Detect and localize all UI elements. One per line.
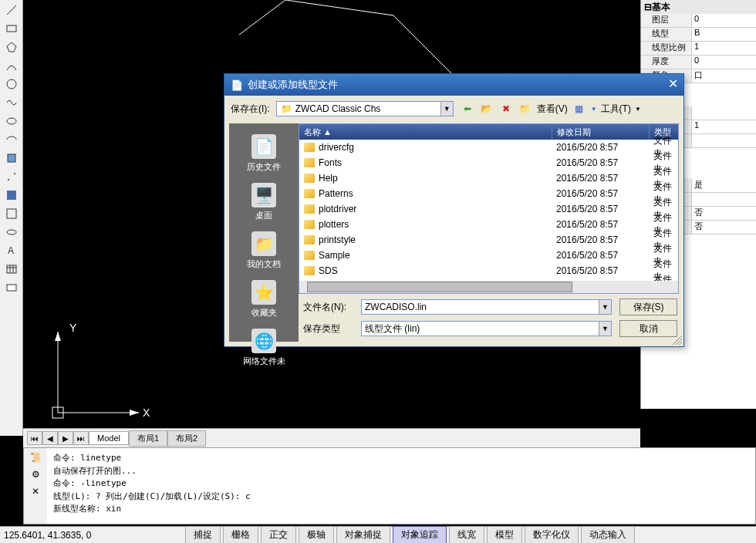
view-dropdown-icon[interactable]: ▼ (591, 106, 597, 113)
scrollbar-thumb[interactable] (307, 282, 572, 292)
tab-last[interactable]: ⏭ (73, 431, 89, 445)
table-tool[interactable] (2, 261, 21, 278)
text-tool[interactable]: A (2, 242, 21, 259)
status-toggle-3[interactable]: 极轴 (299, 526, 334, 543)
status-toggle-0[interactable]: 捕捉 (185, 526, 221, 543)
view-grid-icon[interactable]: ▦ (572, 101, 587, 116)
pentagon-tool[interactable] (2, 39, 21, 56)
prop-value[interactable] (691, 106, 756, 120)
file-row[interactable]: Fonts2016/5/20 8:57文件夹 (299, 155, 678, 170)
tab-model[interactable]: Model (89, 431, 129, 445)
hatch-tool[interactable] (2, 187, 21, 204)
filename-input[interactable]: ZWCADISO.lin ▼ (361, 299, 612, 315)
save-in-label: 保存在(I): (231, 103, 270, 116)
prop-value[interactable]: 口 (691, 69, 756, 83)
file-row[interactable]: plotdriver2016/5/20 8:57文件夹 (299, 201, 678, 217)
cmd-history-icon[interactable]: 📜 (30, 452, 42, 463)
property-row[interactable]: 线型比例1 (641, 42, 756, 56)
prop-value[interactable]: 1 (691, 120, 756, 133)
cmd-options-icon[interactable]: ⚙ (32, 469, 40, 480)
prop-value[interactable]: B (691, 28, 756, 41)
col-name[interactable]: 名称 ▲ (299, 124, 552, 140)
dialog-title: 创建或添加线型文件 (248, 78, 338, 92)
file-date: 2016/5/20 8:57 (552, 204, 649, 214)
file-list[interactable]: 名称 ▲ 修改日期 类型 drivercfg2016/5/20 8:57文件夹F… (299, 123, 679, 294)
status-toggle-1[interactable]: 栅格 (223, 526, 258, 543)
prop-value[interactable]: 否 (691, 207, 756, 220)
prop-value[interactable]: 0 (691, 14, 756, 27)
save-button[interactable]: 保存(S) (619, 298, 677, 315)
file-row[interactable]: printstyle2016/5/20 8:57文件夹 (299, 232, 678, 248)
tab-first[interactable]: ⏮ (27, 431, 42, 445)
tools-dropdown-icon[interactable]: ▼ (635, 106, 641, 113)
tab-layout1[interactable]: 布局1 (129, 430, 167, 447)
status-toggle-4[interactable]: 对象捕捉 (336, 526, 390, 543)
rect-tool[interactable] (2, 20, 21, 37)
dialog-close-button[interactable]: ✕ (665, 77, 680, 93)
prop-section-basic[interactable]: ⊟ 基本 (641, 0, 756, 14)
status-toggle-7[interactable]: 模型 (487, 526, 522, 543)
filetype-combo[interactable]: 线型文件 (lin) ▼ (361, 321, 612, 336)
delete-icon[interactable]: ✖ (498, 101, 514, 116)
gradient-tool[interactable] (2, 205, 21, 222)
cancel-button[interactable]: 取消 (619, 320, 677, 337)
cmd-close-icon[interactable]: ✕ (32, 486, 39, 497)
file-name: Fonts (319, 157, 342, 168)
up-icon[interactable]: 📂 (479, 101, 494, 116)
command-log[interactable]: 命令: linetype 自动保存打开的图... 命令: -linetype 线… (47, 448, 755, 524)
nav-location-item[interactable]: 📁我的文档 (244, 228, 284, 273)
prop-value[interactable] (691, 193, 756, 206)
horizontal-scrollbar[interactable] (299, 281, 678, 293)
prop-value[interactable] (691, 134, 756, 147)
property-row[interactable]: 厚度0 (641, 56, 756, 69)
status-toggle-8[interactable]: 数字化仪 (525, 526, 579, 543)
tab-prev[interactable]: ◀ (42, 431, 58, 445)
property-row[interactable]: 线型B (641, 28, 756, 42)
file-row[interactable]: plotters2016/5/20 8:57文件夹 (299, 217, 678, 232)
dropdown-icon[interactable]: ▼ (599, 300, 611, 314)
ref-tool[interactable] (2, 150, 21, 167)
property-row[interactable]: 图层0 (641, 14, 756, 28)
arc-tool[interactable] (2, 57, 21, 74)
prop-value[interactable]: 0 (691, 56, 756, 69)
file-row[interactable]: drivercfg2016/5/20 8:57文件夹 (299, 140, 678, 155)
dialog-title-bar[interactable]: 📄 创建或添加线型文件 ✕ (224, 74, 683, 96)
prop-value[interactable]: 否 (691, 221, 756, 234)
nav-location-item[interactable]: 📄历史文件 (244, 131, 284, 176)
cmd-line: 新线型名称: xin (53, 503, 749, 516)
nav-location-item[interactable]: 🌐网络文件未 (240, 325, 289, 370)
dropdown-icon[interactable]: ▼ (599, 322, 611, 336)
point-tool[interactable] (2, 168, 21, 185)
status-toggle-9[interactable]: 动态输入 (581, 526, 635, 543)
nav-location-item[interactable]: 🖥️桌面 (248, 180, 279, 224)
new-folder-icon[interactable]: 📁 (518, 101, 533, 116)
save-in-combo[interactable]: 📁 ZWCAD Classic Chs ▼ (276, 101, 454, 116)
save-linetype-dialog: 📄 创建或添加线型文件 ✕ 保存在(I): 📁 ZWCAD Classic Ch… (224, 73, 684, 347)
ellipse-tool[interactable] (2, 113, 21, 130)
nav-location-item[interactable]: ⭐收藏夹 (248, 277, 280, 322)
status-toggle-5[interactable]: 对象追踪 (393, 526, 447, 543)
tab-next[interactable]: ▶ (58, 431, 73, 445)
col-date[interactable]: 修改日期 (552, 124, 649, 140)
back-icon[interactable]: ⬅ (460, 101, 475, 116)
file-row[interactable]: Sample2016/5/20 8:57文件夹 (299, 248, 678, 263)
view-menu[interactable]: 查看(V) (537, 103, 568, 116)
prop-value[interactable]: 1 (691, 42, 756, 55)
resize-grip[interactable] (671, 334, 682, 345)
location-icon: ⭐ (251, 280, 276, 305)
tab-layout2[interactable]: 布局2 (167, 430, 206, 447)
file-name: Sample (319, 250, 350, 261)
file-row[interactable]: Help2016/5/20 8:57文件夹 (299, 170, 678, 186)
circle-tool[interactable] (2, 76, 21, 93)
ellipse-arc-tool[interactable] (2, 131, 21, 148)
tools-menu[interactable]: 工具(T) (601, 103, 631, 116)
mtext-tool[interactable] (2, 279, 21, 296)
region-tool[interactable] (2, 224, 21, 241)
spline-tool[interactable] (2, 94, 21, 111)
file-row[interactable]: SDS2016/5/20 8:57文件夹 (299, 263, 678, 278)
status-toggle-6[interactable]: 线宽 (449, 526, 484, 543)
status-toggle-2[interactable]: 正交 (261, 526, 296, 543)
file-row[interactable]: Patterns2016/5/20 8:57文件夹 (299, 186, 678, 201)
prop-value[interactable]: 是 (691, 179, 756, 192)
line-tool[interactable] (2, 2, 21, 19)
